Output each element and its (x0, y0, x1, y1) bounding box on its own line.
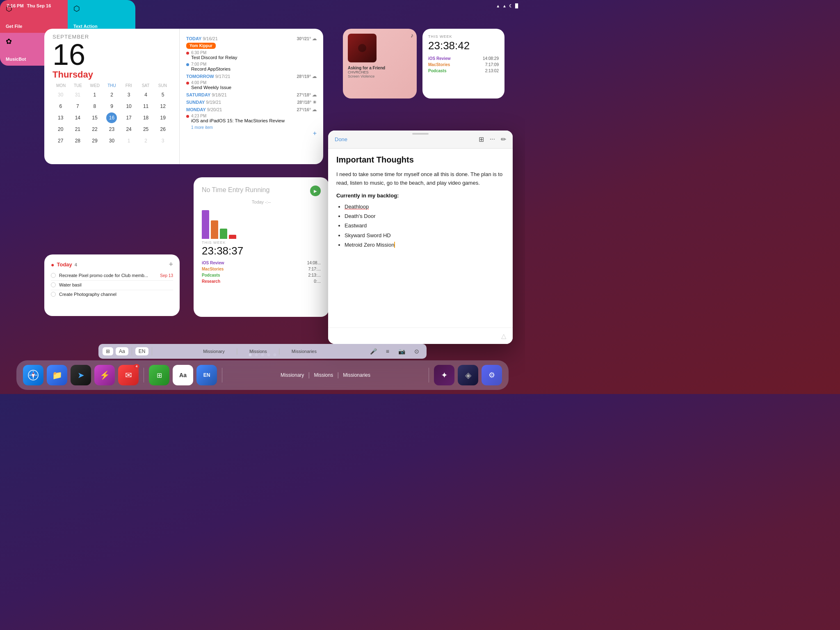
missionary-nav[interactable]: Missionary (200, 348, 228, 355)
nav-missions[interactable]: Missions (314, 372, 333, 378)
tracker-bars (202, 206, 321, 239)
nav-missionaries[interactable]: Missionaries (343, 372, 370, 378)
timer-dur: 14:08:29 (483, 56, 499, 61)
cal-day[interactable]: 30 (106, 135, 117, 146)
arrow-icon[interactable]: ➤ (71, 365, 91, 385)
dock-slack[interactable]: ✦ (434, 365, 454, 385)
dock-shortcuts[interactable]: ⚡ (94, 365, 115, 385)
cal-day: 31 (72, 89, 83, 100)
cal-day[interactable]: 18 (141, 112, 151, 123)
entry-dur: 2:13:... (308, 273, 321, 277)
cal-day[interactable]: 23 (106, 124, 117, 135)
cal-day[interactable]: 28 (72, 135, 83, 146)
dock-mail[interactable]: ✉ 4 (118, 365, 139, 385)
missions-nav[interactable]: Missions (246, 348, 270, 355)
cal-day[interactable]: 12 (158, 101, 168, 112)
cal-day[interactable]: 26 (158, 124, 168, 135)
cal-day[interactable]: 27 (55, 135, 66, 146)
status-bar: 7:16 PM Thu Sep 16 ▲ ▲ ☾ ▉ (0, 0, 525, 11)
missionaries-nav[interactable]: Missionaries (288, 348, 320, 355)
cal-day[interactable]: 6 (55, 101, 66, 112)
done-button[interactable]: Done (335, 136, 347, 142)
more-items[interactable]: 1 more item (186, 125, 317, 130)
cal-day[interactable]: 2 (106, 89, 117, 100)
add-event-button[interactable]: + (313, 130, 317, 137)
cal-day[interactable]: 4 (141, 89, 151, 100)
cal-day[interactable]: 7 (72, 101, 83, 112)
check-circle (51, 292, 56, 297)
dock-arrow[interactable]: ➤ (71, 365, 91, 385)
nav-missionary[interactable]: Missionary (281, 372, 304, 378)
dock-safari[interactable] (23, 365, 43, 385)
status-time: 7:16 PM (7, 3, 24, 8)
dock-files[interactable]: 📁 (47, 365, 67, 385)
craft-icon[interactable]: ◈ (458, 365, 478, 385)
dock-sep (429, 368, 429, 383)
cal-day[interactable]: 22 (89, 124, 100, 135)
camera-icon[interactable]: 📷 (395, 347, 409, 356)
slack-icon[interactable]: ✦ (434, 365, 454, 385)
cal-day[interactable]: 10 (123, 101, 134, 112)
list-icon[interactable]: ≡ (383, 347, 393, 356)
cal-day[interactable]: 13 (55, 112, 66, 123)
dictionary-icon[interactable]: Aa (173, 365, 193, 385)
grid-icon[interactable]: ⊞ (479, 135, 484, 143)
shortcuts-icon[interactable]: ⚡ (94, 365, 115, 385)
timer-cat: MacStories (428, 62, 450, 67)
dock-craft[interactable]: ◈ (458, 365, 478, 385)
nav-sep: | (236, 348, 238, 355)
dock-nav: Missionary | Missions | Missionaries (227, 371, 424, 379)
keyboard-icon[interactable]: EN (196, 365, 217, 385)
cal-day[interactable]: 29 (89, 135, 100, 146)
cal-day[interactable]: 25 (141, 124, 151, 135)
dock-sep (144, 368, 144, 383)
play-button[interactable]: ▶ (310, 186, 321, 196)
files-icon[interactable]: 📁 (47, 365, 67, 385)
add-reminder-button[interactable]: + (169, 260, 173, 269)
event-time: 4:23 PM (191, 114, 285, 118)
mail-icon[interactable]: ✉ 4 (118, 365, 139, 385)
dock-discord[interactable]: ⚙ (482, 365, 502, 385)
calendar-grid-header: MON TUE WED THU FRI SAT SUN (52, 83, 171, 88)
divider (51, 290, 173, 290)
text-style-tool[interactable]: Aa (116, 347, 128, 355)
language-tool[interactable]: EN (135, 347, 149, 355)
cal-day[interactable]: 20 (55, 124, 66, 135)
sunday-header: 28°/18° ☀ SUNDAY 9/19/21 (186, 100, 317, 105)
compose-icon[interactable]: ✏ (501, 135, 506, 143)
dock-dictionary[interactable]: Aa (173, 365, 193, 385)
cal-day[interactable]: 14 (72, 112, 83, 123)
cal-day[interactable]: 8 (89, 101, 100, 112)
cal-day-today[interactable]: 16 (106, 112, 117, 123)
dock-tableplus[interactable]: ⊞ (149, 365, 169, 385)
calendar-day: 16 (52, 40, 171, 69)
cal-day[interactable]: 21 (72, 124, 83, 135)
notes-content[interactable]: Important Thoughts I need to take some t… (328, 149, 513, 328)
cal-today-section: 30°/21° ☁ TODAY 9/16/21 Yom Kippur 6:30 … (186, 36, 317, 71)
tableplus-icon[interactable]: ⊞ (149, 365, 169, 385)
discord-icon[interactable]: ⚙ (482, 365, 502, 385)
entry-dur: 14:08... (307, 261, 321, 265)
more-icon[interactable]: ··· (490, 135, 495, 143)
dock: 📁 ➤ ⚡ ✉ 4 ⊞ Aa EN Missionary | M (16, 360, 509, 390)
cal-day: 30 (55, 89, 66, 100)
cal-day[interactable]: 1 (89, 89, 100, 100)
cal-day[interactable]: 15 (89, 112, 100, 123)
event-title: Record AppStories (191, 66, 231, 71)
cal-day[interactable]: 11 (141, 101, 151, 112)
dock-keyboard[interactable]: EN (196, 365, 217, 385)
cal-day[interactable]: 3 (123, 89, 134, 100)
reminder-item: Recreate Pixel promo code for Club memb.… (51, 273, 173, 278)
cal-day[interactable]: 17 (123, 112, 134, 123)
cal-day[interactable]: 9 (106, 101, 117, 112)
mic-icon[interactable]: 🎤 (367, 347, 380, 356)
grid-tool[interactable]: ⊞ (103, 347, 113, 355)
music-widget: ♪ Asking for a Friend CHVRCHES Screen Vi… (343, 29, 417, 99)
safari-icon[interactable] (23, 365, 43, 385)
cal-day[interactable]: 24 (123, 124, 134, 135)
cal-day[interactable]: 5 (158, 89, 168, 100)
send-icon[interactable]: △ (501, 332, 506, 340)
cal-event: 4:23 PM iOS and iPadOS 15: The MacStorie… (186, 114, 317, 123)
cal-day[interactable]: 19 (158, 112, 168, 123)
circle-icon[interactable]: ⊙ (411, 347, 422, 356)
